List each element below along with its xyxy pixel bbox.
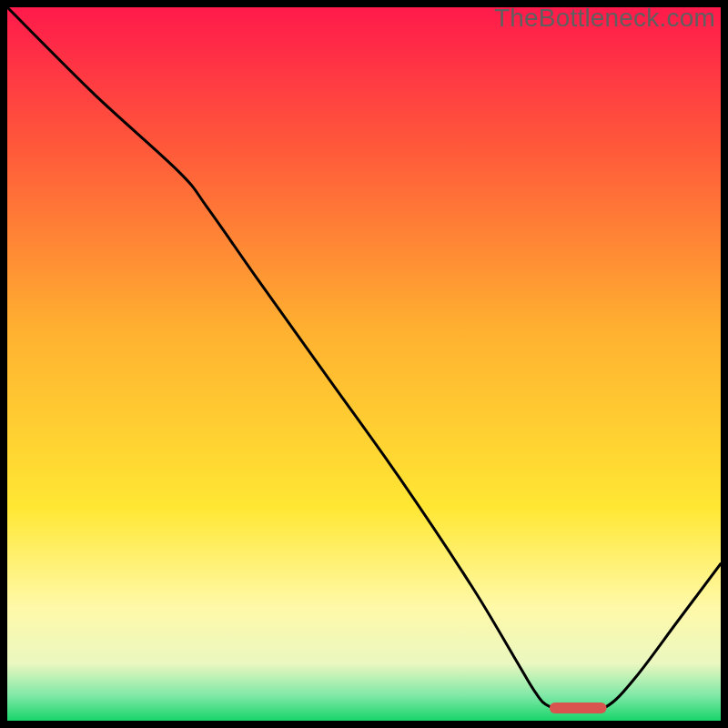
plot-area [7,7,721,721]
chart-frame: TheBottleneck.com [0,0,728,728]
bottleneck-chart [7,7,721,721]
watermark-text: TheBottleneck.com [494,4,715,33]
optimal-range-marker [550,703,607,713]
